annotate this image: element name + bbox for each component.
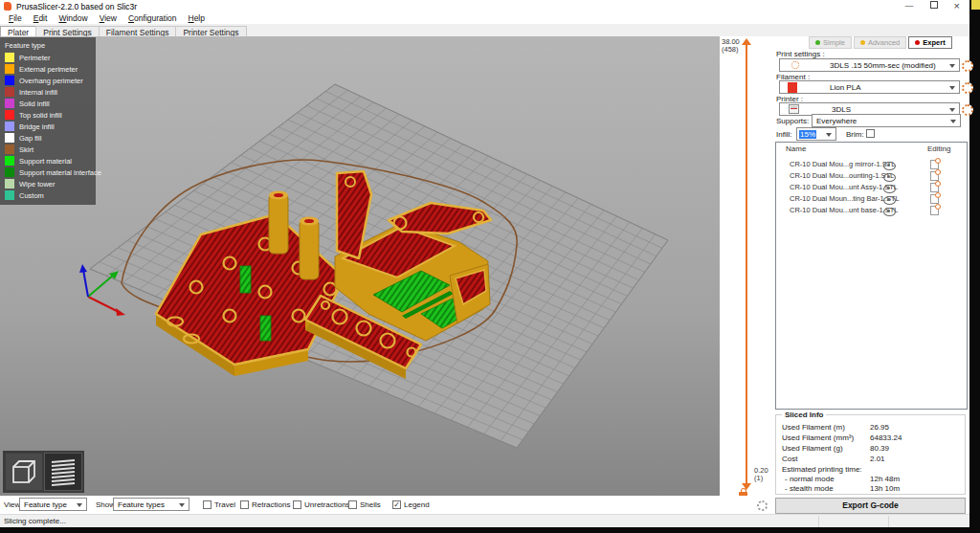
preview-toolbar: View Feature type Show Feature types Tra… [0, 496, 773, 514]
preview-3d-viewport[interactable]: Feature type Perimeter External perimete… [0, 36, 720, 496]
window-title: PrusaSlicer-2.2.0 based on Slic3r [16, 2, 137, 11]
edit-object-icon[interactable] [930, 171, 939, 181]
info-label: Used Filament (g) [782, 444, 843, 453]
object-row[interactable]: CR-10 Dual Mou...unt base-1.STL [776, 204, 967, 215]
export-gcode-button[interactable]: Export G-code [775, 498, 966, 514]
legend-item: Perimeter [0, 52, 96, 63]
preview-layers-view-button[interactable] [45, 454, 81, 490]
menu-file[interactable]: File [3, 13, 28, 23]
legend-item: Solid infill [0, 98, 96, 109]
color-swatch [5, 76, 14, 85]
layer-slider-track[interactable] [746, 45, 747, 485]
infill-dropdown[interactable]: 15% [796, 127, 836, 141]
shells-checkbox[interactable]: Shells [348, 500, 381, 509]
supports-dropdown[interactable]: Everywhere [812, 114, 961, 127]
legend-item: Internal infill [0, 86, 96, 98]
chevron-down-icon [949, 108, 955, 112]
settings-panel: Simple Advanced Expert Print settings : … [773, 36, 969, 514]
viewport-3d-scene[interactable] [0, 36, 720, 496]
object-list[interactable]: Name Editing CR-10 Dual Mou...g mirror-1… [775, 142, 968, 410]
info-value: 12h 48m [870, 475, 900, 483]
color-swatch [5, 167, 14, 177]
edit-object-icon[interactable] [930, 183, 939, 192]
simple-dot-icon [815, 40, 820, 45]
object-row[interactable]: CR-10 Dual Moun...ting Bar-1.STL [776, 192, 967, 204]
unretractions-checkbox[interactable]: Unretractions [293, 500, 350, 509]
color-swatch [5, 110, 14, 120]
color-swatch [5, 87, 14, 97]
expert-dot-icon [915, 40, 920, 45]
close-button[interactable]: × [954, 0, 960, 12]
edit-object-icon[interactable] [930, 160, 939, 169]
legend-item: Support material [0, 155, 96, 167]
view-dropdown[interactable]: Feature type [19, 498, 87, 511]
mode-expert-button[interactable]: Expert [908, 36, 951, 49]
tab-print-settings[interactable]: Print Settings [35, 26, 100, 36]
info-label: Used Filament (m) [782, 423, 845, 432]
info-label: Used Filament (mm³) [782, 433, 854, 442]
object-row[interactable]: CR-10 Dual Mou...ounting-1.STL [776, 169, 967, 181]
object-row[interactable]: CR-10 Dual Mou...unt Assy-1.STL [776, 181, 967, 192]
info-label: Estimated printing time: [782, 465, 862, 474]
brim-label: Brim: [846, 130, 864, 139]
tab-plater[interactable]: Plater [0, 26, 36, 36]
mode-advanced-button[interactable]: Advanced [854, 36, 906, 49]
legend-item: Skirt [0, 144, 96, 155]
slider-bottom-layer: (1) [754, 475, 763, 482]
color-swatch [5, 122, 14, 131]
background-window-sliver [971, 0, 980, 10]
maximize-button[interactable] [930, 0, 938, 12]
legend-item: Wipe tower [0, 178, 96, 189]
chevron-down-icon [826, 133, 832, 137]
menu-edit[interactable]: Edit [28, 13, 54, 23]
printer-icon [789, 104, 799, 114]
printer-gear-icon[interactable] [962, 104, 973, 116]
layer-slider-panel: 38.00 (458) 0.20 (1) [720, 36, 773, 496]
print-profile-icon [791, 61, 799, 69]
legend-item: Overhang perimeter [0, 75, 96, 86]
color-swatch [5, 64, 14, 74]
slider-settings-gear-icon[interactable] [757, 500, 768, 511]
color-swatch [5, 179, 14, 189]
menu-configuration[interactable]: Configuration [122, 13, 183, 23]
show-dropdown[interactable]: Feature types [113, 498, 189, 511]
print-settings-gear-icon[interactable] [962, 60, 973, 72]
travel-checkbox[interactable]: Travel [203, 500, 235, 509]
minimize-button[interactable]: — [905, 0, 914, 12]
legend-checkbox[interactable]: ✓ Legend [392, 500, 430, 509]
legend-item: External perimeter [0, 63, 96, 75]
title-bar[interactable]: PrusaSlicer-2.2.0 based on Slic3r — × [0, 0, 969, 12]
slider-upper-handle[interactable] [742, 38, 751, 45]
legend-item: Top solid infill [0, 109, 96, 121]
legend-title: Feature type [5, 41, 96, 50]
status-separator [888, 516, 889, 527]
sliced-info-title: Sliced Info [782, 411, 826, 419]
edit-object-icon[interactable] [930, 194, 939, 204]
mode-simple-button[interactable]: Simple [809, 36, 852, 49]
sliced-info-panel: Sliced Info Used Filament (m) 26.95 Used… [775, 414, 966, 495]
print-settings-label: Print settings : [776, 50, 825, 58]
filament-gear-icon[interactable] [962, 82, 973, 94]
color-swatch [5, 156, 14, 166]
object-row[interactable]: CR-10 Dual Mou...g mirror-1.STL [776, 158, 967, 169]
visibility-eye-icon[interactable] [883, 208, 896, 216]
tab-printer-settings[interactable]: Printer Settings [175, 26, 246, 36]
menu-help[interactable]: Help [182, 13, 210, 23]
color-swatch [5, 144, 14, 154]
brim-checkbox[interactable] [866, 129, 875, 138]
retractions-checkbox[interactable]: Retractions [240, 500, 290, 509]
status-message: Slicing complete... [4, 517, 66, 525]
print-settings-dropdown[interactable]: 3DLS .15 50mm-sec (modified) [779, 58, 960, 72]
info-label: - normal mode [785, 475, 835, 483]
edit-object-icon[interactable] [930, 206, 939, 215]
editor-3d-view-button[interactable] [6, 454, 42, 490]
tab-filament-settings[interactable]: Filament Settings [99, 26, 177, 36]
filament-dropdown[interactable]: Lion PLA [779, 80, 960, 94]
supports-label: Supports: [776, 117, 809, 125]
infill-label: Infill: [776, 130, 791, 139]
color-swatch [5, 99, 14, 108]
menu-window[interactable]: Window [53, 13, 93, 23]
chevron-down-icon [949, 86, 955, 90]
menu-view[interactable]: View [94, 13, 122, 23]
feature-type-legend: Feature type Perimeter External perimete… [0, 37, 96, 205]
